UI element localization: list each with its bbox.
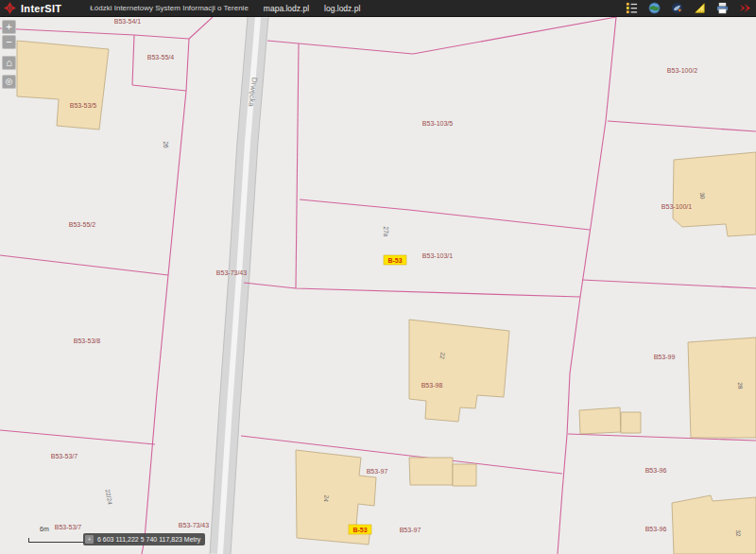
parcel-label: B53-100/2 [667,67,697,74]
parcel-label: B53-53/8 [74,338,101,344]
building-number-label: 32 [735,529,743,537]
parcel-boundary [558,17,616,554]
address-label: 22/24 [105,489,114,506]
parcel-boundary [413,17,616,54]
parcel-boundary [132,85,186,91]
parcel-boundary [132,35,134,85]
coordinates-icon: + [85,535,94,544]
parcel-label: B53-73/43 [216,269,247,276]
building-number-label: 30 [699,192,707,199]
district-marker-label: B-53 [387,257,402,264]
navigation-icon[interactable] [670,2,684,15]
parcel-boundary [0,255,168,275]
parcel-label: B53-53/7 [51,453,78,459]
building [688,338,756,438]
zoom-out-button[interactable]: − [2,35,16,49]
district-marker-label: B-53 [352,527,367,533]
parcel-label: B53-96 [645,526,667,532]
address-label: 27a [383,227,389,237]
parcel-label: B53-55/2 [69,221,96,228]
parcel-label: B53-97 [400,527,421,533]
parcel-label: B53-103/1 [422,252,453,259]
coordinates-value: 6 603 111,222 5 740 117,823 Metry [97,536,200,543]
coordinates-box: + 6 603 111,222 5 740 117,823 Metry [83,533,205,545]
parcel-label: B53-96 [645,467,667,474]
header: InterSIT Łódzki Internetowy System Infor… [0,0,756,17]
parcel-boundary [189,17,213,39]
parcel-label: B53-53/5 [70,102,97,109]
map-canvas[interactable]: DrwęckaB53-54/1B53-55/4B53-53/5B53-55/2B… [0,17,756,554]
parcel-boundary [267,41,413,54]
building [579,407,621,434]
building-number-label: 24 [323,494,331,502]
parcel-label: B53-54/1 [114,18,142,25]
link-log-lodz[interactable]: log.lodz.pl [324,4,360,13]
parcel-label: B53-98 [421,382,443,389]
print-icon[interactable] [715,2,730,15]
building [409,320,509,422]
app-window: InterSIT Łódzki Internetowy System Infor… [0,0,756,554]
parcel-boundary [241,436,562,474]
parcel-boundary [0,28,189,39]
app-title: InterSIT [21,3,61,14]
parcel-label: B53-99 [654,354,676,360]
building-number-label: 28 [737,382,745,390]
building [453,464,476,486]
parcel-boundary [244,283,580,297]
parcel-boundary [608,121,756,131]
parcel-boundary [582,280,756,288]
building [17,41,109,130]
parcel-label: B53-73/43 [179,522,209,528]
parcel-boundary [142,39,189,554]
link-mapa-lodz[interactable]: mapa.lodz.pl [264,4,309,13]
app-subtitle: Łódzki Internetowy System Informacji o T… [90,4,248,12]
parcel-label: B53-55/4 [147,54,175,61]
zoom-in-button[interactable]: + [2,20,16,34]
parcel-label: B53-103/5 [422,120,453,127]
address-label: 26 [163,141,169,148]
building [672,495,756,554]
parcel-label: B53-100/1 [662,203,692,210]
locate-button[interactable]: ◎ [2,75,16,89]
measure-icon[interactable] [693,2,707,15]
building-number-label: 22 [439,352,447,359]
building [673,152,756,236]
header-toolbar [625,2,752,15]
parcel-boundary [296,43,299,288]
parcel-label: B53-97 [367,468,388,475]
globe-icon[interactable] [647,2,662,15]
building [621,412,641,433]
scale-label: 6m [40,526,49,532]
parcel-boundary [0,430,155,444]
building [409,458,453,485]
parcel-boundary [300,199,590,230]
red-logo-icon[interactable] [738,2,752,15]
intersit-logo-icon [4,2,16,14]
legend-icon[interactable] [625,2,639,15]
home-button[interactable]: ⌂ [2,56,16,70]
